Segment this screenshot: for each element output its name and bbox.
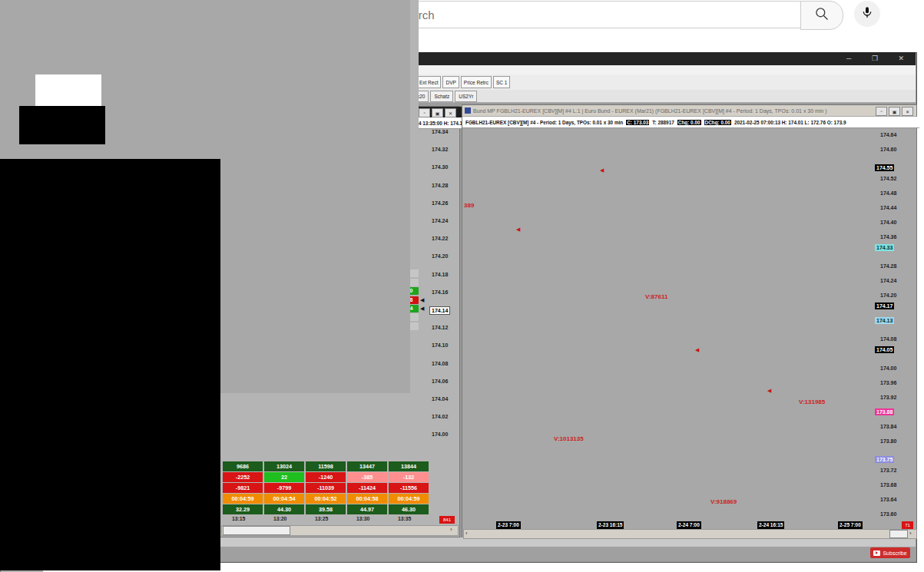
toolbar-button-sc-1[interactable]: SC 1	[493, 76, 510, 88]
toolbar-button-month[interactable]: Month	[275, 76, 295, 88]
toolbar-button-dvp[interactable]: DVP	[442, 76, 459, 88]
close-button[interactable]: ✕	[445, 108, 456, 117]
status-segment: C: 173.03	[626, 120, 649, 125]
menu-item-help[interactable]: Help	[312, 67, 323, 74]
censor-box-large	[0, 159, 220, 570]
toolbar-button-30m[interactable]: 30M	[243, 76, 260, 88]
country-code-label: RO	[121, 2, 131, 10]
page: Premium RO Sierra Chart 2232 A - Bund SC…	[0, 0, 924, 572]
status-segment: FGBLH21-EUREX [CBV][M] #4 - Period: 1 Da…	[465, 120, 623, 125]
status-segment: T: 288917	[652, 120, 674, 125]
toolbar-buttons: 10s30s1M5M15M30M1HMonthWeekDaily⇖⊕Chart …	[165, 76, 510, 88]
tab-bts[interactable]: BTS	[354, 91, 372, 102]
censor-box-white	[35, 74, 101, 107]
toolbar-button-price-retrc[interactable]: Price Retrc	[461, 76, 492, 88]
menu-item-window[interactable]: Window	[242, 67, 263, 74]
chart-icon	[465, 107, 471, 114]
microphone-icon	[861, 6, 873, 21]
toolbar-button-chart-calc[interactable]: Chart Calc	[373, 76, 402, 88]
status-segment: DChg: 0.00	[366, 121, 392, 126]
cursor-tool-icon[interactable]: ⇖	[336, 76, 353, 88]
status-segment: Chg: 0.00	[677, 120, 701, 125]
tab-schatz[interactable]: Schatz	[430, 91, 453, 102]
right-window-titlebar[interactable]: Bund MP FGBLH21-EUREX [CBV][M] #4 L:1 | …	[462, 105, 916, 116]
tab-d-us-10y[interactable]: D - US 10Y	[135, 91, 168, 102]
left-window-buttons: ▫ ▣ ✕	[419, 108, 456, 117]
app-icon	[7, 56, 13, 62]
app-titlebar: Sierra Chart 2232 A - Bund SC Data - All…	[4, 52, 916, 65]
tab-chartbook20[interactable]: Chartbook20	[392, 91, 429, 102]
status-segment: #3	[283, 121, 289, 126]
tab-e-wti[interactable]: E - WTI	[232, 91, 257, 102]
app-window-controls[interactable]: ─ ❐ ✕	[846, 55, 913, 62]
app-title: Sierra Chart 2232 A - Bund SC Data - All…	[17, 55, 275, 62]
menu-item-cb[interactable]: CB	[273, 67, 280, 74]
tab-e-gold[interactable]: E - Gold	[204, 91, 230, 102]
left-window-title: 5 Min #3 | Euro Bund - EUREX (Mar21)	[107, 110, 200, 115]
menu-item-spreadsheet[interactable]: Spreadsheet	[123, 67, 156, 74]
tab-f-sp-500[interactable]: F - SP 500	[258, 91, 290, 102]
right-window-buttons: ▫ ▣ ✕	[876, 107, 913, 116]
youtube-header: Premium RO	[0, 0, 924, 31]
toolbar-button-ext-rect[interactable]: Ext Rect	[416, 76, 442, 88]
hamburger-menu-icon[interactable]	[8, 8, 23, 25]
censor-box-small	[19, 106, 105, 144]
status-segment: C: 174.14	[292, 121, 315, 126]
tab-c-euro[interactable]: C - Euro	[108, 91, 134, 102]
menu-item-global-settings[interactable]: Global Settings	[192, 67, 231, 74]
toolbar-button-5m[interactable]: 5M	[211, 76, 224, 88]
toolbar-button-15m[interactable]: 15M	[226, 76, 242, 88]
toolbar-button-10s[interactable]: 10s	[165, 76, 179, 88]
right-window-title: Bund MP FGBLH21-EUREX [CBV][M] #4 L:1 | …	[473, 108, 827, 114]
tab-a-bund[interactable]: A - Bund	[5, 91, 32, 102]
search-input[interactable]	[396, 8, 768, 22]
subscribe-label: Subscribe	[883, 551, 906, 556]
voice-search-button[interactable]	[854, 1, 880, 27]
minimize-button[interactable]: ▫	[419, 108, 430, 117]
maximize-button[interactable]: ▣	[889, 107, 900, 116]
search-bar	[382, 1, 801, 28]
tab-us2yr[interactable]: US2Yr	[455, 91, 477, 102]
close-button[interactable]: ✕	[902, 107, 913, 116]
tab-bobl[interactable]: Bobl	[373, 91, 391, 102]
maximize-button[interactable]: ▣	[432, 108, 443, 117]
youtube-play-icon	[873, 551, 880, 556]
menu-item-trade[interactable]: Trade	[167, 67, 181, 74]
toolbar-button-week[interactable]: Week	[296, 76, 316, 88]
tab-p-ed-daily[interactable]: P - ED Daily	[318, 91, 353, 102]
right-chart-window: Bund MP FGBLH21-EUREX [CBV][M] #4 L:1 | …	[462, 104, 917, 539]
toolbar-button-30s[interactable]: 30s	[180, 76, 194, 88]
search-button[interactable]	[800, 1, 843, 30]
status-segment: 2021-02-25 07:00:13 H: 174.01 L: 172.76 …	[734, 120, 846, 125]
youtube-logo-icon[interactable]	[42, 7, 65, 23]
tab-d-us-30y[interactable]: D - US 30Y	[170, 91, 203, 102]
status-segment: Chg: -0.02	[338, 121, 363, 126]
toolbar-button-[interactable]: —	[403, 76, 415, 88]
menu-item-cw[interactable]: CW	[292, 67, 302, 74]
search-icon	[814, 6, 830, 25]
pan-tool-icon[interactable]: ⊕	[354, 76, 371, 88]
minimize-button[interactable]: ▫	[876, 107, 887, 116]
tab-g-btp[interactable]: G - BTP	[291, 91, 316, 102]
status-segment: T: 2801	[318, 121, 334, 126]
toolbar-button-1h[interactable]: 1H	[260, 76, 273, 88]
subscribe-button[interactable]: Subscribe	[870, 547, 910, 558]
right-status-bar: FGBLH21-EUREX [CBV][M] #4 - Period: 1 Da…	[462, 117, 919, 128]
toolbar-button-1m[interactable]: 1M	[197, 76, 210, 88]
toolbar-button-daily[interactable]: Daily	[316, 76, 333, 88]
menu-item-edit[interactable]: Edit	[35, 67, 45, 74]
menu-item-file[interactable]: File	[15, 67, 24, 74]
status-segment: DChg: 0.00	[704, 120, 731, 125]
